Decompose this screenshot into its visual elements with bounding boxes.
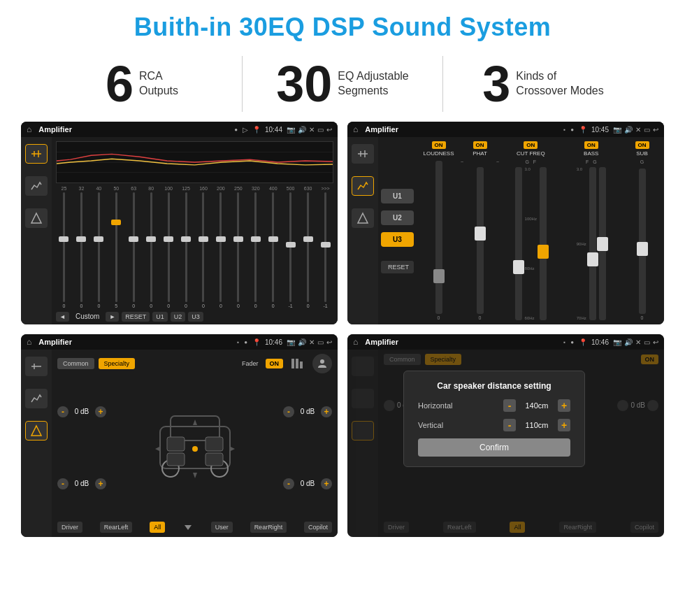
- crossover-side-btn-2[interactable]: [352, 176, 374, 196]
- phat-on-badge[interactable]: ON: [473, 141, 487, 149]
- crossover-back-icon: ↩: [653, 126, 658, 134]
- freq-25: 25: [56, 186, 72, 191]
- stat-number-eq: 30: [276, 59, 332, 109]
- crossover-side-btn-1[interactable]: [352, 144, 374, 164]
- dialog-horizontal-label: Horizontal: [418, 401, 467, 410]
- fader-user-btn[interactable]: User: [211, 522, 233, 533]
- loudness-slider[interactable]: [435, 161, 442, 314]
- svg-rect-22: [206, 453, 223, 466]
- eq-u3-btn[interactable]: U3: [188, 312, 203, 322]
- fader-side-btn-2[interactable]: [25, 389, 48, 408]
- cutfreq-on-badge[interactable]: ON: [524, 141, 538, 149]
- fader-db-bottomleft: - 0 dB +: [57, 450, 106, 517]
- phat-slider[interactable]: [477, 167, 484, 314]
- fader-db-topright: - 0 dB +: [283, 378, 332, 445]
- freq-200: 200: [212, 186, 229, 191]
- eq-u1-btn[interactable]: U1: [152, 312, 168, 322]
- fader-db-bottomright: - 0 dB +: [283, 450, 332, 517]
- svg-marker-3: [31, 213, 41, 223]
- fader-main: Common Specialty Fader ON: [52, 350, 338, 537]
- eq-u2-btn[interactable]: U2: [171, 312, 186, 322]
- dialog-horizontal-control: - 140cm +: [503, 399, 570, 412]
- dialog-cam-icon: 📷: [613, 338, 621, 346]
- crossover-rect2-icon: ▭: [644, 126, 650, 134]
- fader-rearright-btn[interactable]: RearRight: [250, 522, 287, 533]
- fader-driver-btn[interactable]: Driver: [57, 522, 82, 533]
- fader-tabs: Common Specialty Fader ON: [57, 354, 332, 373]
- fader-copilot-btn[interactable]: Copilot: [304, 522, 332, 533]
- fader-minus-topleft[interactable]: -: [57, 406, 68, 417]
- dialog-vertical-plus[interactable]: +: [558, 419, 570, 431]
- crossover-side-btn-3[interactable]: [352, 208, 374, 228]
- bass-sliders: 3.090Hz70Hz: [577, 167, 606, 320]
- svg-marker-27: [229, 446, 235, 452]
- eq-next-btn[interactable]: ►: [106, 312, 119, 322]
- eq-content: 25 32 40 50 63 80 100 125 160 200 250 32…: [21, 137, 338, 324]
- fader-plus-bottomleft[interactable]: +: [95, 478, 106, 489]
- dialog-horizontal-minus[interactable]: -: [503, 399, 516, 412]
- fader-x-icon: ✕: [309, 338, 315, 346]
- fader-plus-bottomright[interactable]: +: [321, 478, 332, 489]
- screens-grid: ⌂ Amplifier ● ▷ 📍 10:44 📷 🔊 ✕ ▭ ↩: [0, 122, 685, 547]
- freq-500: 500: [282, 186, 298, 191]
- fader-profile-icon[interactable]: [312, 354, 332, 373]
- fader-minus-bottomright[interactable]: -: [283, 478, 294, 489]
- fader-specialty-tab[interactable]: Specialty: [99, 358, 136, 369]
- eq-x-icon: ✕: [309, 126, 315, 134]
- stat-crossover: 3 Kinds ofCrossover Modes: [443, 59, 643, 109]
- dialog-confirm-button[interactable]: Confirm: [418, 438, 570, 457]
- fader-db-topleft: - 0 dB +: [57, 378, 106, 445]
- fader-rearleft-btn[interactable]: RearLeft: [100, 522, 133, 533]
- fader-minus-topright[interactable]: -: [283, 406, 294, 417]
- fader-val-bottomright: 0 dB: [296, 480, 319, 487]
- sub-slider[interactable]: [639, 169, 646, 314]
- eq-side-btn-3[interactable]: [25, 208, 48, 228]
- eq-side-btn-2[interactable]: [25, 176, 48, 196]
- crossover-u3-btn[interactable]: U3: [381, 232, 414, 247]
- eq-prev-btn[interactable]: ◄: [56, 312, 69, 322]
- svg-marker-10: [358, 213, 368, 223]
- crossover-vol-icon: 🔊: [624, 126, 633, 134]
- crossover-status-bar: ⌂ Amplifier ▪ ● 📍 10:45 📷 🔊 ✕ ▭ ↩: [347, 122, 664, 137]
- fader-all-btn[interactable]: All: [150, 522, 165, 533]
- fader-on-pill[interactable]: ON: [266, 359, 284, 368]
- svg-marker-28: [185, 525, 192, 530]
- eq-reset-btn[interactable]: RESET: [122, 312, 150, 322]
- dialog-horizontal-row: Horizontal - 140cm +: [418, 399, 570, 412]
- dialog-vertical-minus[interactable]: -: [503, 419, 516, 431]
- fader-dot-icon: ●: [244, 339, 248, 345]
- eq-side-btn-1[interactable]: [25, 144, 48, 164]
- crossover-time: 10:45: [591, 126, 609, 134]
- crossover-u2-btn[interactable]: U2: [381, 210, 414, 225]
- bass-on-badge[interactable]: ON: [584, 141, 598, 149]
- channel-phat: ON PHAT ~~ 0: [461, 141, 499, 320]
- crossover-reset-btn[interactable]: RESET: [381, 261, 414, 273]
- eq-freq-labels: 25 32 40 50 63 80 100 125 160 200 250 32…: [56, 186, 333, 191]
- fader-common-tab[interactable]: Common: [57, 358, 94, 369]
- fader-plus-topright[interactable]: +: [321, 406, 332, 417]
- loudness-on-badge[interactable]: ON: [432, 141, 446, 149]
- dialog-vol-icon: 🔊: [624, 338, 633, 346]
- fader-side-panel: [21, 350, 52, 537]
- sub-on-badge[interactable]: ON: [635, 141, 649, 149]
- crossover-side-panel: [347, 137, 378, 324]
- fader-side-btn-1[interactable]: [25, 357, 48, 376]
- eq-cam-icon: 📷: [287, 126, 295, 134]
- eq-status-bar: ⌂ Amplifier ● ▷ 📍 10:44 📷 🔊 ✕ ▭ ↩: [21, 122, 338, 137]
- fader-side-btn-3[interactable]: [25, 421, 48, 440]
- fader-rect-icon: ▪: [237, 339, 240, 345]
- crossover-u1-btn[interactable]: U1: [381, 189, 414, 203]
- dialog-rect2-icon: ▭: [644, 338, 650, 346]
- eq-graph: [56, 141, 333, 183]
- freq-40: 40: [91, 186, 107, 191]
- fader-minus-bottomleft[interactable]: -: [57, 478, 68, 489]
- crossover-app-name: Amplifier: [365, 125, 559, 134]
- freq-100: 100: [161, 186, 177, 191]
- svg-rect-19: [167, 437, 185, 451]
- dialog-vertical-control: - 110cm +: [503, 419, 570, 431]
- crossover-status-icons: 📷 🔊 ✕ ▭ ↩: [613, 126, 658, 134]
- fader-plus-topleft[interactable]: +: [95, 406, 106, 417]
- eq-sliders: 0 0 0: [56, 192, 333, 308]
- dialog-horizontal-plus[interactable]: +: [558, 399, 570, 412]
- dialog-back-icon: ↩: [653, 338, 658, 346]
